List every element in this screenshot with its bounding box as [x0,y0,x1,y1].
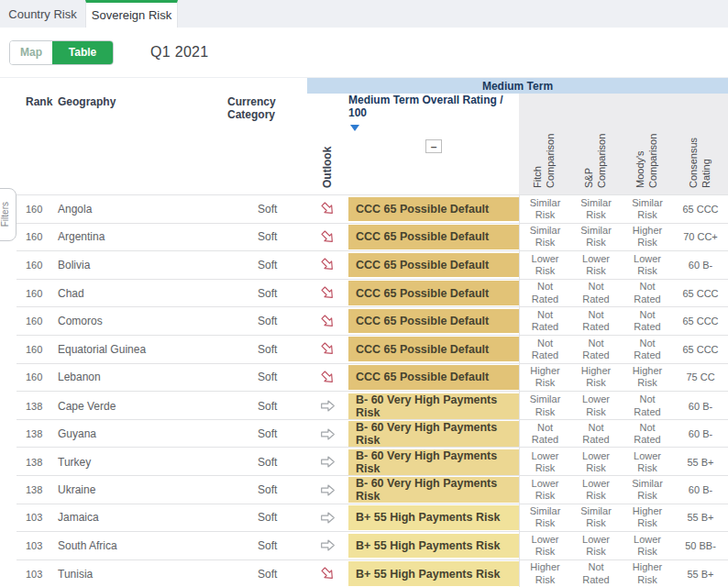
medium-term-rating-cell: CCC 65 Possible Default [348,253,519,278]
tab-sovereign-risk[interactable]: Sovereign Risk [85,0,178,28]
medium-term-rating-cell: B+ 55 High Payments Risk [348,505,519,530]
rank-cell: 160 [17,288,55,299]
filters-tab-label: Filters [0,202,10,227]
geography-cell: Tunisia [55,568,225,581]
medium-term-rating-cell: CCC 65 Possible Default [348,197,519,222]
fitch-comparison-cell: Similar Risk [519,392,570,420]
table-row: 160 Comoros Soft CCC 65 Possible Default… [17,306,728,335]
rank-cell: 160 [17,344,55,355]
sp-comparison-cell: Lower Risk [570,253,622,277]
column-header-rank[interactable]: Rank [17,78,55,195]
medium-term-rating-cell: B- 60 Very High Payments Risk [348,477,519,503]
rank-cell: 160 [17,231,55,242]
outlook-arrow-icon [320,482,336,498]
column-header-fitch-comparison[interactable]: Fitch Comparison [519,78,570,195]
currency-category-cell: Soft [225,400,307,413]
column-header-sp-comparison[interactable]: S&P Comparison [570,78,622,195]
moodys-comparison-cell: Not Rated [622,281,673,305]
fitch-comparison-cell: Higher Risk [519,364,570,392]
outlook-cell [307,229,348,245]
currency-category-cell: Soft [225,456,307,469]
tab-country-risk[interactable]: Country Risk [0,0,85,28]
table-row: 138 Ukraine Soft B- 60 Very High Payment… [17,475,728,504]
view-toggle: Map Table [9,40,114,65]
period-label: Q1 2021 [150,44,208,61]
outlook-arrow-icon [316,310,338,332]
medium-term-rating-cell: B- 60 Very High Payments Risk [348,393,519,419]
rank-cell: 138 [17,484,55,495]
rank-cell: 160 [17,204,55,215]
sp-comparison-cell: Lower Risk [570,534,622,558]
medium-term-rating-cell: B- 60 Very High Payments Risk [348,449,519,475]
table-row: 138 Turkey Soft B- 60 Very High Payments… [17,447,728,475]
rank-cell: 103 [17,569,55,580]
geography-cell: Comoros [55,315,225,327]
geography-cell: Guyana [55,427,225,440]
fitch-comparison-cell: Higher Risk [519,560,570,587]
currency-category-cell: Soft [225,259,307,271]
table-row: 160 Lebanon Soft CCC 65 Possible Default… [17,363,728,392]
sp-comparison-cell: Not Rated [570,309,622,333]
outlook-arrow-icon [316,338,338,360]
consensus-rating-cell: 65 CCC [673,204,728,215]
currency-category-cell: Soft [225,568,307,581]
fitch-comparison-cell: Similar Risk [519,504,570,532]
outlook-arrow-icon [320,454,336,470]
fitch-comparison-cell: Lower Risk [519,251,570,279]
map-view-button[interactable]: Map [10,41,52,64]
geography-cell: Jamaica [55,511,225,524]
moodys-comparison-cell: Not Rated [622,422,673,446]
sp-header-label: S&P Comparison [583,116,609,188]
sp-comparison-cell: Not Rated [570,281,622,305]
column-header-moodys-comparison[interactable]: Moody's Comparison [622,78,673,195]
geography-cell: Chad [55,287,225,300]
outlook-arrow-icon [320,537,336,553]
consensus-header-label: Consensus Rating [688,116,713,188]
geography-cell: Cape Verde [55,400,225,413]
table-row: 138 Guyana Soft B- 60 Very High Payments… [17,419,728,448]
fitch-comparison-cell: Lower Risk [519,532,570,559]
column-header-consensus-rating[interactable]: Consensus Rating [673,78,728,195]
currency-category-cell: Soft [225,511,307,524]
moodys-comparison-cell: Similar Risk [622,478,673,502]
column-header-geography[interactable]: Geography [55,78,225,195]
sp-comparison-cell: Similar Risk [570,197,622,221]
sp-comparison-cell: Lower Risk [570,450,622,474]
geography-cell: Equatorial Guinea [55,343,225,356]
outlook-header-label: Outlook [321,133,335,188]
column-header-outlook[interactable]: Outlook [307,78,348,195]
column-header-medium-term-rating[interactable]: Medium Term Overall Rating / 100 – [348,78,519,195]
rank-cell: 138 [17,428,55,439]
moodys-comparison-cell: Not Rated [622,338,673,361]
table-row: 160 Equatorial Guinea Soft CCC 65 Possib… [17,335,728,363]
table-row: 103 South Africa Soft B+ 55 High Payment… [17,531,728,559]
moodys-header-label: Moody's Comparison [634,116,660,188]
filters-panel-tab[interactable]: Filters [0,188,17,241]
sort-descending-icon [350,125,359,131]
consensus-rating-cell: 55 B+ [673,569,728,580]
outlook-cell [307,285,348,301]
fitch-comparison-cell: Lower Risk [519,448,570,476]
outlook-arrow-icon [316,226,338,248]
medium-term-rating-cell: B- 60 Very High Payments Risk [348,421,519,447]
fitch-comparison-cell: Not Rated [519,420,570,449]
geography-cell: Ukraine [55,483,225,496]
column-header-currency-category[interactable]: Currency Category [225,78,307,195]
geography-cell: Turkey [55,456,225,469]
outlook-cell [307,257,348,272]
outlook-cell [307,314,348,329]
medium-term-rating-cell: CCC 65 Possible Default [348,337,519,361]
outlook-cell [307,426,348,442]
table-view-button[interactable]: Table [52,41,113,64]
table-row: 103 Tunisia Soft B+ 55 High Payments Ris… [17,559,728,587]
medium-term-rating-cell: CCC 65 Possible Default [348,365,519,390]
table-row: 103 Jamaica Soft B+ 55 High Payments Ris… [17,504,728,532]
moodys-comparison-cell: Similar Risk [622,197,673,221]
geography-cell: Lebanon [55,371,225,383]
medium-term-rating-cell: CCC 65 Possible Default [348,225,519,249]
geography-cell: South Africa [55,539,225,552]
sp-comparison-cell: Similar Risk [570,505,622,529]
collapse-column-icon[interactable]: – [425,139,442,153]
consensus-rating-cell: 55 B+ [673,512,728,523]
table-row: 160 Chad Soft CCC 65 Possible Default No… [17,279,728,307]
